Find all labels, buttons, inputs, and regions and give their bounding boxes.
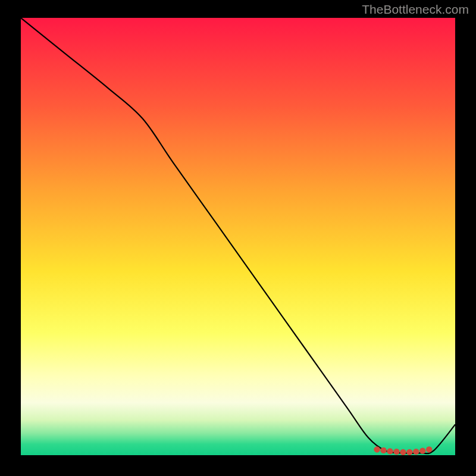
chart-svg (21, 18, 455, 455)
marker-dot (374, 446, 380, 452)
marker-dot (393, 449, 399, 455)
watermark-text: TheBottleneck.com (362, 2, 469, 17)
marker-dot (380, 447, 386, 453)
marker-dot (406, 449, 412, 455)
marker-dot (400, 449, 406, 455)
gradient-background (21, 18, 455, 455)
chart-container: TheBottleneck.com (0, 0, 476, 476)
marker-dot (387, 448, 393, 454)
marker-dot (413, 449, 419, 455)
marker-dot (419, 447, 425, 453)
plot-area (21, 18, 455, 455)
marker-dot (426, 446, 432, 452)
